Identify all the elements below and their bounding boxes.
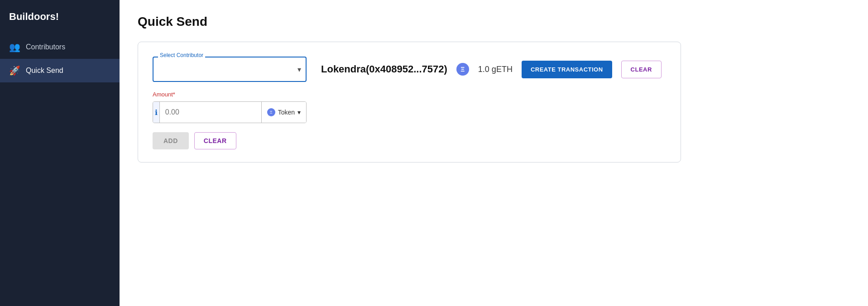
sidebar-item-quick-send[interactable]: 🚀 Quick Send <box>0 59 120 82</box>
main-content: Quick Send Select Contributor Lokendra(0… <box>120 0 868 306</box>
token-selector[interactable]: Ξ Token ▾ <box>261 102 306 123</box>
required-marker: * <box>173 91 175 98</box>
clear-amount-button[interactable]: CLEAR <box>194 132 236 149</box>
sidebar: Buildoors! 👥 Contributors 🚀 Quick Send <box>0 0 120 306</box>
quick-send-card: Select Contributor Lokendra(0x408952...7… <box>138 42 681 163</box>
token-eth-icon: Ξ <box>267 108 275 116</box>
sidebar-item-label-contributors: Contributors <box>26 43 65 51</box>
create-transaction-button[interactable]: CREATE TRANSACTION <box>522 61 612 78</box>
select-contributor-label: Select Contributor <box>158 52 205 58</box>
amount-section: Amount* ℹ Ξ Token ▾ <box>153 91 666 123</box>
eth-logo-icon: Ξ <box>456 63 469 76</box>
card-bottom-row: ADD CLEAR <box>153 132 666 149</box>
card-top-row: Select Contributor Lokendra(0x408952...7… <box>153 57 666 82</box>
page-title: Quick Send <box>138 14 850 29</box>
sidebar-item-contributors[interactable]: 👥 Contributors <box>0 35 120 59</box>
eth-amount: 1.0 gETH <box>478 65 513 74</box>
clear-transaction-button[interactable]: CLEAR <box>621 61 662 78</box>
contributor-name: Lokendra(0x408952...7572) <box>321 63 447 75</box>
token-label: Token <box>278 109 295 116</box>
sidebar-item-label-quick-send: Quick Send <box>26 67 63 75</box>
transaction-info: Lokendra(0x408952...7572) Ξ 1.0 gETH CRE… <box>321 61 666 78</box>
select-contributor-wrapper: Select Contributor Lokendra(0x408952...7… <box>153 57 307 82</box>
amount-input-row: ℹ Ξ Token ▾ <box>153 101 307 123</box>
select-contributor-dropdown[interactable]: Lokendra(0x408952...7572) <box>153 57 307 82</box>
token-chevron-icon: ▾ <box>297 109 301 116</box>
add-button[interactable]: ADD <box>153 132 189 149</box>
quick-send-icon: 🚀 <box>9 65 20 76</box>
amount-label: Amount* <box>153 91 666 98</box>
sidebar-brand: Buildoors! <box>0 0 120 35</box>
amount-info-icon[interactable]: ℹ <box>153 102 160 123</box>
contributors-icon: 👥 <box>9 42 20 53</box>
amount-input[interactable] <box>160 108 261 116</box>
